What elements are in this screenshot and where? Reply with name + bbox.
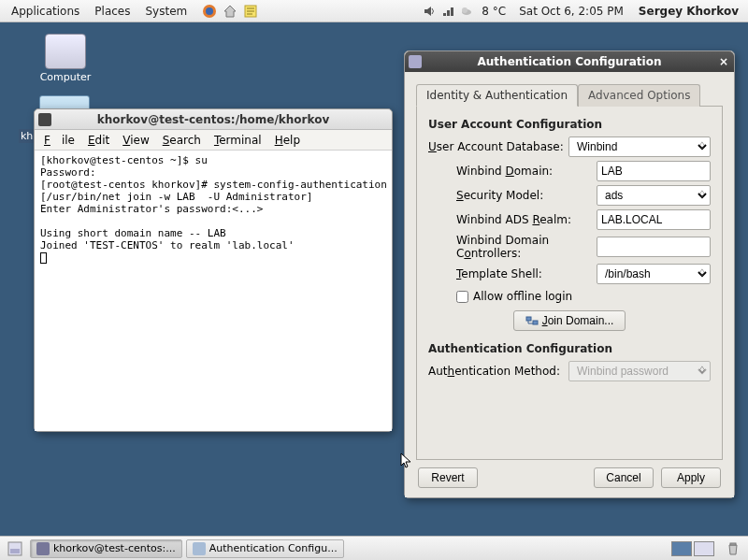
dialog-button-bar: Revert Cancel Apply bbox=[416, 460, 723, 490]
terminal-menu-help[interactable]: Help bbox=[269, 132, 306, 149]
term-line: [root@test-centos khorkov]# system-confi… bbox=[40, 179, 387, 191]
computer-icon bbox=[45, 34, 86, 69]
template-shell-label: Template Shell: bbox=[428, 267, 597, 280]
tab-content: User Account Configuration User Account … bbox=[416, 107, 723, 460]
auth-method-select: Winbind password bbox=[568, 361, 711, 381]
bottom-panel: khorkov@test-centos:... Authentication C… bbox=[0, 536, 748, 560]
cancel-button[interactable]: Cancel bbox=[594, 467, 654, 488]
user-db-label: User Account Database: bbox=[428, 140, 568, 153]
menu-places[interactable]: Places bbox=[87, 5, 137, 18]
term-line: [/usr/bin/net join -w LAB -U Administrat… bbox=[40, 191, 312, 203]
workspace-2[interactable] bbox=[694, 541, 714, 556]
terminal-titlebar[interactable]: khorkov@test-centos:/home/khorkov bbox=[35, 109, 392, 130]
offline-login-checkbox[interactable] bbox=[456, 291, 468, 303]
svg-point-1 bbox=[206, 7, 213, 15]
ads-realm-label: Winbind ADS Realm: bbox=[428, 213, 597, 226]
offline-login-label: Allow offline login bbox=[473, 290, 572, 303]
svg-rect-6 bbox=[447, 10, 450, 16]
taskbar-item-terminal[interactable]: khorkov@test-centos:... bbox=[30, 539, 182, 558]
terminal-cursor bbox=[40, 252, 47, 264]
svg-rect-13 bbox=[10, 549, 20, 553]
terminal-menu-edit[interactable]: Edit bbox=[82, 132, 115, 149]
auth-titlebar[interactable]: Authentication Configuration × bbox=[405, 51, 734, 72]
svg-rect-10 bbox=[526, 317, 531, 321]
svg-rect-5 bbox=[443, 13, 446, 16]
volume-icon[interactable] bbox=[422, 4, 437, 19]
terminal-menu-file[interactable]: File bbox=[38, 132, 80, 149]
notes-icon[interactable] bbox=[241, 2, 260, 21]
desktop-icon-computer[interactable]: Computer bbox=[37, 34, 94, 83]
network-join-icon bbox=[525, 314, 539, 327]
auth-title: Authentication Configuration bbox=[478, 55, 662, 68]
terminal-menu-search[interactable]: Search bbox=[157, 132, 207, 149]
term-line: Using short domain name -- LAB bbox=[40, 227, 226, 239]
security-model-label: Security Model: bbox=[428, 189, 597, 202]
terminal-window: khorkov@test-centos:/home/khorkov File E… bbox=[34, 108, 393, 432]
section-auth-config: Authentication Configuration bbox=[428, 342, 711, 355]
show-desktop-icon[interactable] bbox=[7, 541, 22, 556]
close-icon[interactable]: × bbox=[719, 55, 728, 68]
template-shell-select[interactable]: /bin/bash bbox=[597, 264, 711, 284]
winbind-domain-input[interactable] bbox=[597, 161, 711, 181]
apply-button[interactable]: Apply bbox=[661, 467, 721, 488]
terminal-menubar: File Edit View Search Terminal Help bbox=[35, 130, 392, 151]
firefox-icon[interactable] bbox=[200, 2, 219, 21]
svg-rect-11 bbox=[533, 321, 538, 324]
terminal-task-icon bbox=[36, 542, 50, 555]
svg-rect-7 bbox=[451, 7, 453, 16]
network-icon[interactable] bbox=[440, 4, 455, 19]
taskbar-item-authconfig[interactable]: Authentication Configu... bbox=[186, 539, 344, 558]
svg-marker-2 bbox=[224, 6, 236, 17]
menu-system[interactable]: System bbox=[137, 5, 194, 18]
terminal-menu-view[interactable]: View bbox=[117, 132, 154, 149]
authconfig-task-icon bbox=[193, 542, 206, 555]
terminal-title: khorkov@test-centos:/home/khorkov bbox=[97, 113, 329, 126]
desktop-icon-label: Computer bbox=[37, 71, 94, 83]
menu-applications[interactable]: Applications bbox=[4, 5, 87, 18]
tab-identity[interactable]: Identity & Authentication bbox=[416, 84, 578, 107]
weather-text: 8 °C bbox=[478, 5, 510, 18]
term-line: [khorkov@test-centos ~]$ su bbox=[40, 154, 208, 166]
system-tray: 8 °C Sat Oct 6, 2:05 PM Sergey Khorkov bbox=[422, 4, 744, 19]
auth-config-window: Authentication Configuration × Identity … bbox=[404, 50, 735, 498]
revert-button[interactable]: Revert bbox=[418, 467, 478, 488]
taskbar-label: khorkov@test-centos:... bbox=[53, 542, 176, 554]
security-model-select[interactable]: ads bbox=[597, 185, 711, 206]
svg-point-9 bbox=[462, 7, 468, 13]
taskbar-label: Authentication Configu... bbox=[209, 542, 338, 554]
svg-marker-4 bbox=[424, 7, 431, 16]
terminal-body[interactable]: [khorkov@test-centos ~]$ su Password: [r… bbox=[35, 151, 392, 431]
terminal-menu-terminal[interactable]: Terminal bbox=[209, 132, 267, 149]
auth-method-label: Authentication Method: bbox=[428, 365, 568, 378]
launcher-icons bbox=[200, 2, 260, 21]
ads-realm-input[interactable] bbox=[597, 209, 711, 230]
workspace-switcher[interactable] bbox=[668, 541, 718, 556]
trash-icon[interactable] bbox=[726, 541, 741, 556]
workspace-1[interactable] bbox=[671, 541, 692, 556]
desktop-label-truncated: kh bbox=[19, 129, 35, 143]
dc-label: Winbind Domain Controllers: bbox=[428, 234, 597, 260]
user-db-select[interactable]: Winbind bbox=[568, 136, 711, 157]
terminal-window-icon bbox=[38, 113, 51, 126]
tab-advanced[interactable]: Advanced Options bbox=[578, 84, 700, 107]
join-domain-label: Join Domain... bbox=[542, 314, 614, 327]
winbind-domain-label: Winbind Domain: bbox=[428, 165, 597, 178]
term-line: Joined 'TEST-CENTOS' to realm 'lab.local… bbox=[40, 239, 295, 251]
clock-text[interactable]: Sat Oct 6, 2:05 PM bbox=[513, 5, 629, 18]
auth-window-icon bbox=[409, 55, 422, 68]
auth-tabs: Identity & Authentication Advanced Optio… bbox=[416, 83, 723, 107]
section-user-account: User Account Configuration bbox=[428, 118, 711, 131]
weather-icon[interactable] bbox=[459, 4, 474, 19]
top-panel: Applications Places System 8 °C Sat Oct … bbox=[0, 0, 748, 22]
user-menu[interactable]: Sergey Khorkov bbox=[633, 5, 744, 18]
join-domain-button[interactable]: Join Domain... bbox=[513, 310, 626, 331]
dc-input[interactable] bbox=[597, 237, 711, 257]
auth-body: Identity & Authentication Advanced Optio… bbox=[405, 72, 734, 497]
term-line: Enter Administrator's password:<...> bbox=[40, 203, 263, 215]
home-icon[interactable] bbox=[221, 2, 239, 21]
svg-rect-14 bbox=[730, 543, 736, 545]
term-line: Password: bbox=[40, 166, 96, 179]
